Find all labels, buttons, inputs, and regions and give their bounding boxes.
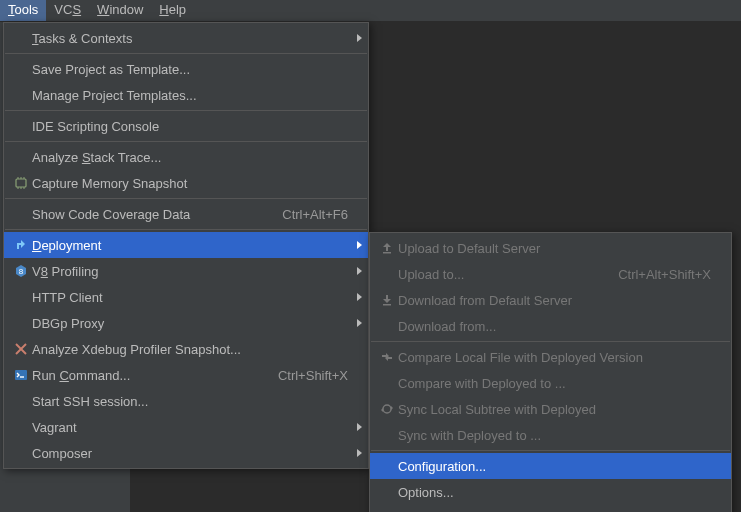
menu-options[interactable]: Options... bbox=[370, 479, 731, 505]
menu-deployment[interactable]: Deployment bbox=[4, 232, 368, 258]
menu-upload-default[interactable]: Upload to Default Server bbox=[370, 235, 731, 261]
menu-dbgp-proxy[interactable]: DBGp Proxy bbox=[4, 310, 368, 336]
menubar-window[interactable]: Window bbox=[89, 0, 151, 21]
menu-tasks[interactable]: Tasks & Contexts bbox=[4, 25, 368, 51]
menubar-help[interactable]: Help bbox=[151, 0, 194, 21]
menu-run-command[interactable]: Run Command... Ctrl+Shift+X bbox=[4, 362, 368, 388]
deployment-submenu: Upload to Default Server Upload to... Ct… bbox=[369, 232, 732, 512]
svg-text:8: 8 bbox=[19, 267, 24, 276]
submenu-arrow-icon bbox=[357, 241, 362, 249]
separator bbox=[371, 450, 730, 451]
menu-compare-deployed[interactable]: Compare with Deployed to ... bbox=[370, 370, 731, 396]
menu-upload-to[interactable]: Upload to... Ctrl+Alt+Shift+X bbox=[370, 261, 731, 287]
xdebug-icon bbox=[10, 342, 32, 356]
svg-rect-10 bbox=[15, 370, 27, 380]
menu-configuration[interactable]: Configuration... bbox=[370, 453, 731, 479]
menubar-vcs[interactable]: VCS bbox=[46, 0, 89, 21]
sync-icon bbox=[376, 402, 398, 416]
separator bbox=[5, 53, 367, 54]
separator bbox=[5, 229, 367, 230]
v8-icon: 8 bbox=[10, 264, 32, 278]
menu-download-default[interactable]: Download from Default Server bbox=[370, 287, 731, 313]
svg-rect-13 bbox=[383, 304, 391, 306]
submenu-arrow-icon bbox=[357, 293, 362, 301]
menu-auto-upload[interactable]: Automatic Upload bbox=[370, 505, 731, 512]
menu-save-template[interactable]: Save Project as Template... bbox=[4, 56, 368, 82]
menu-coverage[interactable]: Show Code Coverage Data Ctrl+Alt+F6 bbox=[4, 201, 368, 227]
separator bbox=[5, 198, 367, 199]
menu-http-client[interactable]: HTTP Client bbox=[4, 284, 368, 310]
menubar-tools[interactable]: Tools bbox=[0, 0, 46, 21]
svg-rect-0 bbox=[16, 179, 26, 187]
terminal-icon bbox=[10, 368, 32, 382]
svg-marker-14 bbox=[391, 406, 393, 410]
svg-marker-15 bbox=[381, 408, 383, 412]
submenu-arrow-icon bbox=[357, 449, 362, 457]
menu-sync-deployed[interactable]: Sync with Deployed to ... bbox=[370, 422, 731, 448]
menu-manage-templates[interactable]: Manage Project Templates... bbox=[4, 82, 368, 108]
menu-capture-memory[interactable]: Capture Memory Snapshot bbox=[4, 170, 368, 196]
deployment-icon bbox=[10, 238, 32, 252]
menu-ide-scripting[interactable]: IDE Scripting Console bbox=[4, 113, 368, 139]
submenu-arrow-icon bbox=[357, 34, 362, 42]
compare-icon bbox=[376, 350, 398, 364]
separator bbox=[5, 110, 367, 111]
menu-stack-trace[interactable]: Analyze Stack Trace... bbox=[4, 144, 368, 170]
separator bbox=[371, 341, 730, 342]
upload-icon bbox=[376, 241, 398, 255]
tools-menu: Tasks & Contexts Save Project as Templat… bbox=[3, 22, 369, 469]
menu-composer[interactable]: Composer bbox=[4, 440, 368, 466]
menu-v8-profiling[interactable]: 8 V8 Profiling bbox=[4, 258, 368, 284]
menu-vagrant[interactable]: Vagrant bbox=[4, 414, 368, 440]
separator bbox=[5, 141, 367, 142]
menu-download-from[interactable]: Download from... bbox=[370, 313, 731, 339]
submenu-arrow-icon bbox=[357, 267, 362, 275]
memory-icon bbox=[10, 176, 32, 190]
svg-rect-12 bbox=[383, 252, 391, 254]
menu-xdebug[interactable]: Analyze Xdebug Profiler Snapshot... bbox=[4, 336, 368, 362]
menu-ssh[interactable]: Start SSH session... bbox=[4, 388, 368, 414]
menu-compare-file[interactable]: Compare Local File with Deployed Version bbox=[370, 344, 731, 370]
menu-sync-subtree[interactable]: Sync Local Subtree with Deployed bbox=[370, 396, 731, 422]
submenu-arrow-icon bbox=[357, 319, 362, 327]
menubar: Tools VCS Window Help bbox=[0, 0, 741, 22]
download-icon bbox=[376, 293, 398, 307]
submenu-arrow-icon bbox=[357, 423, 362, 431]
